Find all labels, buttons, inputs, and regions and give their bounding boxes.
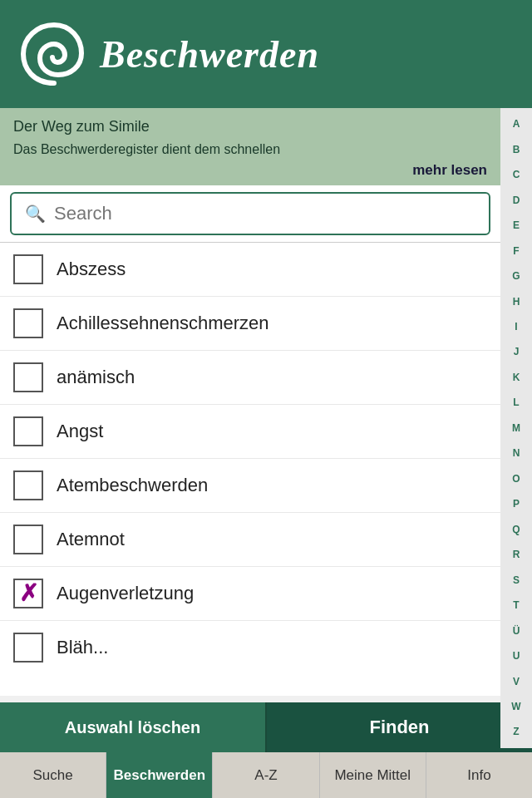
alpha-g[interactable]: G [512,271,520,281]
item-label-0: Abszess [57,259,126,280]
checkbox-6[interactable] [13,579,43,608]
alpha-f[interactable]: F [513,246,519,256]
checkbox-1[interactable] [13,308,43,338]
subtitle: Der Weg zum Simile [13,118,487,135]
nav-label-0: Suche [33,767,73,784]
alpha-d[interactable]: D [513,195,520,205]
nav-item-beschwerden[interactable]: Beschwerden [106,752,213,798]
description: Das Beschwerderegister dient dem schnell… [13,140,487,159]
alpha-t[interactable]: T [513,600,519,610]
alpha-m[interactable]: M [512,423,520,433]
search-area: 🔍 [0,185,500,243]
items-list: AbszessAchillessehnenschmerzenanämischAn… [0,243,500,696]
checkbox-7[interactable] [13,633,43,663]
content-area: Der Weg zum Simile Das Beschwerderegiste… [0,108,500,702]
nav-label-1: Beschwerden [114,767,206,784]
item-label-5: Atemnot [57,529,125,550]
alphabet-sidebar: ABCDEFGHIJKLMNOPQRSTÜUVWZ [500,108,532,748]
alpha-q[interactable]: Q [512,525,520,534]
item-label-4: Atembeschwerden [57,475,208,496]
alpha-s[interactable]: S [513,575,520,585]
alpha-b[interactable]: B [513,145,520,155]
list-item[interactable]: Atembeschwerden [0,459,500,513]
list-item[interactable]: Abszess [0,243,500,297]
info-area: Der Weg zum Simile Das Beschwerderegiste… [0,108,500,185]
alpha-a[interactable]: A [513,119,520,129]
nav-label-3: Meine Mittel [334,767,411,784]
search-bar[interactable]: 🔍 [10,192,490,235]
alpha-k[interactable]: K [513,372,520,382]
bottom-navigation: SucheBeschwerdenA-ZMeine MittelInfo [0,752,532,798]
checkbox-3[interactable] [13,416,43,446]
alpha-h[interactable]: H [513,297,520,307]
alpha-w[interactable]: W [511,702,520,712]
app-title: Beschwerden [100,32,319,76]
list-item[interactable]: Atemnot [0,513,500,567]
search-icon: 🔍 [25,204,46,224]
list-item[interactable]: Augenverletzung [0,567,500,621]
list-item[interactable]: Bläh... [0,621,500,674]
alpha-o[interactable]: O [512,474,520,484]
alpha-e[interactable]: E [513,220,520,230]
list-item[interactable]: Angst [0,405,500,459]
checkbox-5[interactable] [13,525,43,554]
alpha-l[interactable]: L [513,397,519,407]
alpha-i[interactable]: I [515,322,517,332]
nav-item-info[interactable]: Info [426,752,532,798]
alpha-z[interactable]: Z [513,727,519,736]
alpha-n[interactable]: N [513,448,520,458]
alpha-v[interactable]: V [513,677,520,687]
clear-selection-button[interactable]: Auswahl löschen [0,702,267,752]
nav-label-2: A-Z [254,767,277,784]
action-buttons: Auswahl löschen Finden [0,702,532,752]
nav-item-a-z[interactable]: A-Z [213,752,319,798]
alpha-u[interactable]: U [513,651,520,661]
alpha-j[interactable]: J [514,347,520,357]
nav-label-4: Info [467,767,490,784]
checkbox-2[interactable] [13,362,43,392]
app-header: Beschwerden [0,0,532,108]
item-label-7: Bläh... [57,637,108,658]
alpha-p[interactable]: P [513,499,520,509]
alpha-r[interactable]: R [513,549,520,559]
logo-icon [17,17,91,91]
find-button[interactable]: Finden [267,702,532,752]
checkbox-0[interactable] [13,254,43,284]
mehr-lesen-link[interactable]: mehr lesen [13,162,487,179]
alpha-ü[interactable]: Ü [513,626,520,636]
checkbox-4[interactable] [13,470,43,500]
nav-item-meine-mittel[interactable]: Meine Mittel [320,752,426,798]
nav-item-suche[interactable]: Suche [0,752,106,798]
list-item[interactable]: anämisch [0,351,500,405]
item-label-6: Augenverletzung [57,583,194,604]
item-label-2: anämisch [57,367,135,388]
search-input[interactable] [54,203,475,224]
alpha-c[interactable]: C [513,170,520,180]
list-item[interactable]: Achillessehnenschmerzen [0,297,500,351]
item-label-3: Angst [57,421,103,442]
item-label-1: Achillessehnenschmerzen [57,313,269,334]
